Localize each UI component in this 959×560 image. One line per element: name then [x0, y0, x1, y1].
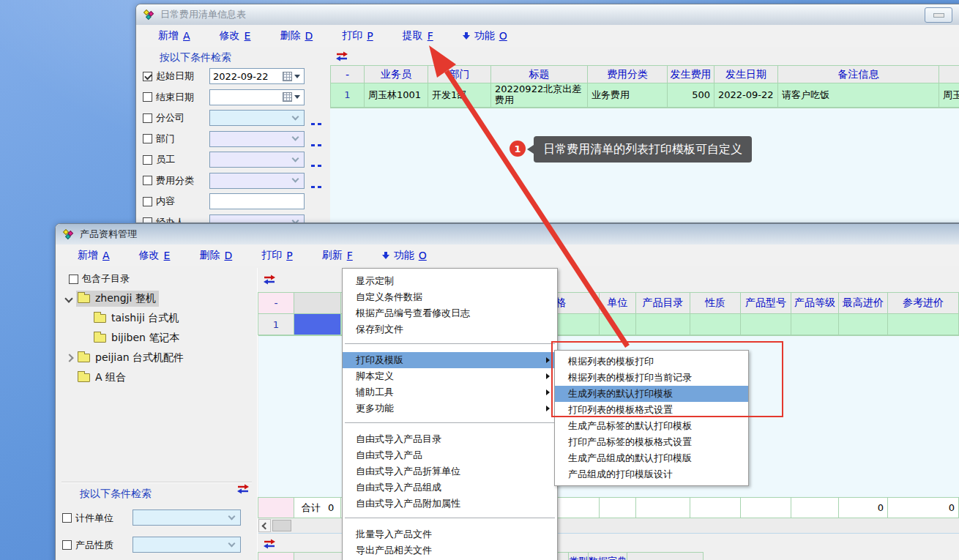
table-cell[interactable]: 2022-09-22: [714, 83, 778, 108]
toolbar-button[interactable]: 功能O: [382, 249, 427, 262]
combo-box[interactable]: [133, 537, 241, 553]
corner-header[interactable]: [258, 552, 294, 560]
tree-node[interactable]: taishiji 台式机: [56, 308, 253, 328]
menu-item[interactable]: 产品组成的打印模版设计: [555, 466, 748, 482]
column-header[interactable]: 产品型号: [740, 292, 791, 314]
checkbox[interactable]: [69, 275, 78, 284]
combo-box[interactable]: [209, 173, 305, 189]
column-header[interactable]: [294, 292, 341, 314]
checkbox[interactable]: [143, 197, 152, 206]
table-cell[interactable]: 1: [330, 83, 365, 108]
row-number-cell[interactable]: 1: [258, 313, 294, 335]
text-input[interactable]: [209, 193, 305, 209]
menu-item[interactable]: 生成产品标签的默认打印模板: [555, 418, 748, 434]
swap-columns-icon[interactable]: [236, 484, 250, 494]
column-header[interactable]: 部门: [428, 65, 491, 83]
date-input[interactable]: 2022-09-22: [209, 68, 305, 84]
column-header[interactable]: -: [330, 65, 365, 83]
table-cell[interactable]: 业务费用: [587, 83, 668, 108]
scrollbar-thumb[interactable]: [272, 520, 291, 531]
table-cell[interactable]: 周玉林1001: [364, 83, 428, 108]
table-cell[interactable]: [838, 313, 888, 335]
menu-item[interactable]: [345, 518, 555, 518]
menu-item[interactable]: 自定义条件数据: [343, 289, 557, 305]
column-header[interactable]: 单位: [599, 292, 636, 314]
browse-button[interactable]: [311, 156, 321, 170]
toolbar-button[interactable]: 提取F: [403, 29, 433, 42]
calendar-icon[interactable]: [283, 72, 292, 81]
combo-box[interactable]: [209, 110, 305, 126]
menu-item[interactable]: 更多功能: [343, 400, 557, 417]
checkbox[interactable]: [143, 72, 152, 81]
checkbox[interactable]: [143, 176, 152, 185]
tree-node[interactable]: zhengji 整机: [56, 288, 253, 308]
tree-node[interactable]: peijian 台式机配件: [56, 348, 253, 367]
calendar-icon[interactable]: [283, 92, 292, 102]
checkbox[interactable]: [62, 513, 72, 523]
product-titlebar[interactable]: 产品资料管理: [56, 224, 959, 244]
combo-box[interactable]: [133, 509, 241, 526]
column-header[interactable]: 发生日期: [714, 65, 778, 83]
dropdown-arrow-icon[interactable]: [294, 75, 300, 78]
column-header[interactable]: 性质: [690, 292, 741, 314]
table-cell[interactable]: 开发1部: [428, 83, 491, 108]
table-cell[interactable]: [599, 313, 636, 335]
toolbar-button[interactable]: 新增A: [158, 29, 190, 42]
checkbox[interactable]: [62, 540, 72, 550]
menu-item[interactable]: [345, 422, 555, 423]
table-cell[interactable]: [635, 313, 690, 335]
expense-titlebar[interactable]: 日常费用清单信息表: [136, 4, 959, 25]
column-header[interactable]: 类型: [568, 552, 589, 560]
expander-icon[interactable]: [64, 295, 76, 302]
menu-item[interactable]: 批量导入产品文件: [343, 526, 557, 542]
toolbar-button[interactable]: 删除D: [280, 29, 313, 42]
swap-columns-icon[interactable]: [262, 275, 277, 285]
menu-item[interactable]: 生成列表的默认打印模板: [555, 386, 748, 402]
column-header[interactable]: [627, 552, 704, 560]
column-header[interactable]: 备注信息: [777, 65, 939, 83]
checkbox[interactable]: [143, 113, 152, 123]
table-cell[interactable]: 20220922北京出差费用: [490, 83, 588, 108]
toolbar-button[interactable]: 刷新F: [322, 249, 353, 262]
column-header[interactable]: 最高进价: [838, 292, 888, 314]
column-header[interactable]: 产品等级: [791, 292, 839, 314]
menu-item[interactable]: 自由式导入产品组成: [343, 479, 557, 496]
menu-item[interactable]: 自由式导入产品附加属性: [343, 496, 557, 512]
toolbar-button[interactable]: 修改E: [139, 249, 171, 262]
expander-icon[interactable]: [81, 335, 92, 342]
swap-columns-icon[interactable]: [335, 51, 349, 61]
tree-node[interactable]: bijiben 笔记本: [56, 328, 253, 348]
menu-item[interactable]: 根据产品编号查看修改日志: [343, 305, 557, 321]
table-cell[interactable]: [690, 313, 741, 335]
browse-button[interactable]: [311, 177, 321, 191]
table-cell[interactable]: [887, 313, 959, 335]
expander-icon[interactable]: [81, 315, 92, 322]
menu-item[interactable]: 自由式导入产品: [343, 447, 557, 463]
menu-item[interactable]: 打印产品标签的模板格式设置: [555, 434, 748, 450]
tree-node[interactable]: A 组合: [56, 367, 253, 387]
toolbar-button[interactable]: 打印P: [261, 249, 292, 262]
combo-box[interactable]: [209, 214, 305, 224]
corner-header[interactable]: -: [258, 292, 294, 314]
column-header[interactable]: 发生费用: [667, 65, 714, 83]
menu-item[interactable]: 根据列表的模板打印当前记录: [555, 370, 748, 386]
checkbox[interactable]: [143, 92, 152, 102]
selected-cell[interactable]: [294, 313, 341, 335]
menu-item[interactable]: 根据列表的模板打印: [555, 354, 748, 370]
combo-box[interactable]: [209, 131, 305, 147]
menu-item[interactable]: 打印列表的模板格式设置: [555, 402, 748, 418]
combo-box[interactable]: [209, 152, 305, 168]
column-header[interactable]: [939, 65, 959, 83]
column-header[interactable]: 费用分类: [587, 65, 668, 83]
browse-button[interactable]: [311, 135, 321, 149]
swap-columns-icon[interactable]: [262, 539, 277, 549]
column-header[interactable]: 数据字典: [588, 552, 627, 560]
checkbox[interactable]: [143, 217, 152, 223]
menu-item[interactable]: 显示定制: [343, 273, 557, 289]
toolbar-button[interactable]: 修改E: [220, 29, 251, 42]
toolbar-button[interactable]: 功能O: [463, 29, 507, 42]
menu-item[interactable]: 保存到文件: [343, 321, 557, 337]
checkbox[interactable]: [143, 134, 152, 143]
menu-item[interactable]: 脚本定义: [343, 368, 557, 384]
menu-item[interactable]: 自由式导入产品折算单位: [343, 463, 557, 479]
